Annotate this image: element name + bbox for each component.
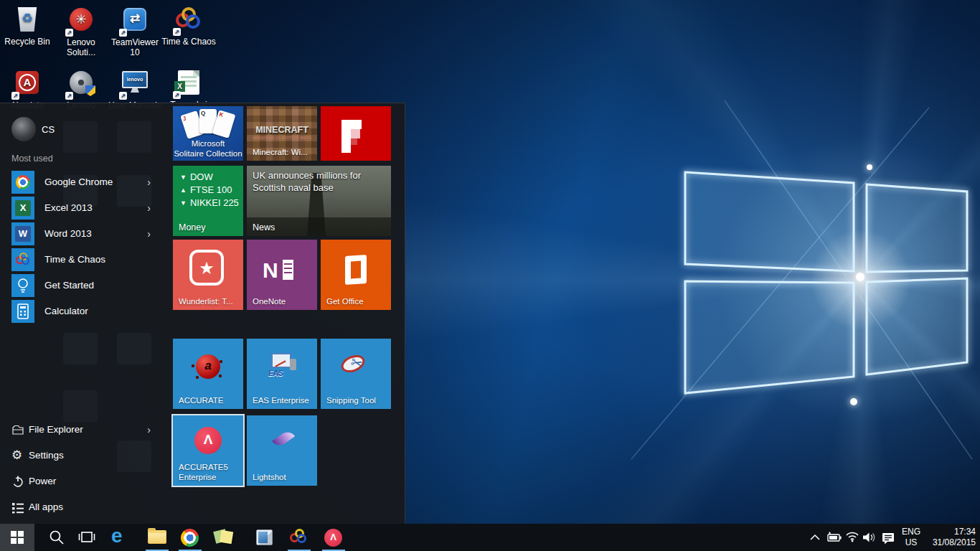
chevron-right-icon[interactable]: › [147,202,151,214]
taskbar-calendar-button[interactable] [250,524,280,551]
chevron-right-icon[interactable]: › [147,228,151,240]
taskbar-edge-button[interactable]: e [106,524,136,551]
word-icon: W [15,226,31,242]
tile-money[interactable]: ▼DOW ▲FTSE 100 ▼NIKKEI 225 Money [173,166,243,236]
edge-icon: e [111,524,123,547]
tray-time: 17:34 [927,527,976,537]
tile-minecraft[interactable]: MINECRAFT WINDOWS 10 EDITION BETA Minecr… [247,106,317,161]
user-manuals-monitor-icon: lenovo [122,71,148,88]
minecraft-logo: MINECRAFT [247,125,317,135]
chrome-icon [181,529,199,547]
desktop-icon-label: TeamViewer 10 [108,37,162,57]
tile-solitaire[interactable]: J Q K Microsoft Solitaire Collection [173,106,243,161]
eas-database-icon [290,359,296,370]
desktop-icon-label: Lenovo Soluti... [54,37,108,57]
desktop: ♻ Recycle Bin ✳ ↗ Lenovo Soluti... ⇄ ↗ T… [0,0,980,551]
desktop-icon-label: Recycle Bin [0,37,55,47]
shortcut-arrow-icon: ↗ [119,29,127,37]
lenovo-solutions-icon: ✳ [70,8,93,31]
down-arrow-icon: ▼ [180,174,187,181]
taskbar-search-button[interactable] [42,524,72,551]
shortcut-arrow-icon: ↗ [119,92,127,100]
desktop-icon-time-chaos[interactable]: ↗ Time & Chaos [161,6,216,47]
folder-outline-icon [11,423,24,436]
desktop-icon-teamviewer[interactable]: ⇄ ↗ TeamViewer 10 [108,6,162,57]
most-used-header: Most used [11,154,53,164]
language-indicator[interactable]: ENG US [898,527,924,548]
start-power[interactable]: Power [0,468,171,494]
most-used-get-started[interactable]: Get Started [0,273,171,298]
tray-date: 31/08/2015 [927,537,976,548]
taskbar-time-chaos-button[interactable] [284,524,314,551]
chrome-icon [16,175,30,189]
desktop-icon-recycle-bin[interactable]: ♻ Recycle Bin [0,6,55,47]
taskbar-accurate5-button[interactable]: Λ [319,524,349,551]
start-all-apps[interactable]: All apps [0,494,171,520]
taskbar-sticky-notes-button[interactable] [209,524,240,551]
most-used-excel[interactable]: X Excel 2013 › [0,195,171,221]
battery-charging-icon[interactable] [826,531,842,544]
speaker-icon[interactable] [862,531,877,544]
user-name[interactable]: CS [42,124,55,135]
eas-monitor-icon [271,353,291,368]
tile-accurate[interactable]: a ACCURATE [173,339,243,409]
absolute-icon: A [16,71,39,94]
excel-icon: X [15,200,31,216]
recycle-bin-icon: ♻ [17,7,38,32]
start-file-explorer[interactable]: File Explorer › [0,417,171,443]
up-arrow-icon: ▲ [180,187,187,194]
most-used-calculator[interactable]: Calculator [0,298,171,324]
tile-get-office[interactable]: Get Office [321,240,391,310]
most-used-google-chrome[interactable]: Google Chrome › [0,169,171,195]
news-headline: UK announces millions for Scottish naval… [253,169,387,194]
wunderlist-star-icon: ★ [189,250,224,286]
taskbar: e Λ [0,524,980,551]
clock[interactable]: 17:34 31/08/2015 [927,527,976,548]
shortcut-arrow-icon: ↗ [65,29,73,37]
tile-news[interactable]: UK announces millions for Scottish naval… [247,166,391,236]
tile-accurate5-enterprise[interactable]: Λ ACCURATE5 Enterprise [173,415,243,486]
onenote-n-icon: N [263,258,278,283]
shortcut-arrow-icon: ↗ [11,92,19,100]
power-icon [11,475,24,488]
minecraft-subtitle: WINDOWS 10 EDITION BETA [247,136,317,140]
desktop-icon-lenovo-solutions[interactable]: ✳ ↗ Lenovo Soluti... [54,6,108,57]
search-icon [49,529,65,545]
most-used-word[interactable]: W Word 2013 › [0,221,171,247]
tile-onenote[interactable]: N OneNote [247,240,317,310]
tile-lightshot[interactable]: Lightshot [247,415,317,486]
time-chaos-rings-icon [290,529,308,547]
accurate5-logo-icon: Λ [194,427,222,454]
user-avatar[interactable] [11,117,36,141]
onenote-page-icon [283,260,293,280]
shortcut-arrow-icon: ↗ [173,91,181,99]
tile-wunderlist[interactable]: ★ Wunderlist: T... [173,240,243,310]
system-tray: ENG US 17:34 31/08/2015 [804,524,980,551]
most-used-time-chaos[interactable]: Time & Chaos [0,247,171,273]
file-explorer-icon [148,530,166,544]
task-view-button[interactable] [72,524,102,551]
taskbar-chrome-button[interactable] [175,524,205,551]
tile-snipping-tool[interactable]: ✂ Snipping Tool [321,339,391,409]
taskbar-file-explorer-button[interactable] [142,524,172,551]
office-logo-icon [345,255,367,285]
shortcut-arrow-icon: ↗ [65,92,73,100]
start-menu: CS Most used Google Chrome › X Excel 201… [0,103,405,524]
tray-chevron-up-icon[interactable] [809,533,821,542]
calendar-app-icon [256,529,273,545]
tile-flipboard[interactable] [321,106,391,161]
accurate-flecks [207,366,209,369]
gear-icon: ⚙ [11,449,24,462]
task-view-icon [78,529,95,545]
chevron-right-icon[interactable]: › [147,176,151,188]
teamviewer-icon: ⇄ [123,8,146,31]
action-center-icon[interactable] [881,531,895,545]
all-apps-icon [11,501,24,514]
wifi-icon[interactable] [845,531,859,542]
accurate5-icon: Λ [324,529,342,547]
tile-eas-enterprise[interactable]: EAS EAS Enterprise [247,339,317,409]
feather-icon [272,429,295,449]
start-button[interactable] [0,524,34,551]
chevron-right-icon[interactable]: › [147,424,151,435]
start-settings[interactable]: ⚙ Settings [0,443,171,468]
